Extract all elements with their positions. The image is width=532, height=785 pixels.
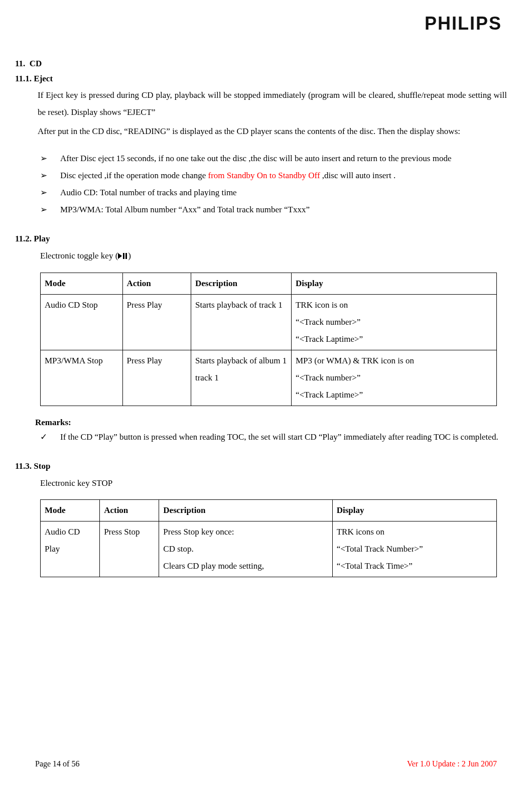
- eject-para-2: After put in the CD disc, “READING” is d…: [38, 123, 507, 140]
- stop-key-desc: Electronic key STOP: [40, 475, 507, 492]
- table-header: Display: [291, 273, 496, 294]
- page-footer: Page 14 of 56 Ver 1.0 Update : 2 Jun 200…: [35, 758, 497, 770]
- table-header: Description: [159, 499, 332, 521]
- page-number: Page 14 of 56: [35, 758, 79, 770]
- list-item: ➢ Audio CD: Total number of tracks and p…: [40, 184, 507, 201]
- section-11-2-title: 11.2. Play: [15, 232, 507, 245]
- philips-logo: PHILIPS: [15, 10, 507, 37]
- check-icon: ✓: [40, 429, 60, 446]
- play-key-desc: Electronic toggle key (): [40, 247, 507, 265]
- table-header-row: Mode Action Description Display: [41, 273, 497, 294]
- play-pause-icon: [118, 248, 128, 265]
- list-item: ➢ After Disc eject 15 seconds, if no one…: [40, 150, 507, 167]
- table-header: Action: [122, 273, 191, 294]
- list-item: ➢ MP3/WMA: Total Album number “Axx” and …: [40, 201, 507, 218]
- play-table: Mode Action Description Display Audio CD…: [40, 273, 497, 406]
- table-header: Mode: [41, 273, 123, 294]
- table-header: Action: [100, 499, 159, 521]
- eject-bullet-list: ➢ After Disc eject 15 seconds, if no one…: [40, 150, 507, 218]
- bullet-icon: ➢: [40, 150, 60, 167]
- section-11-title: 11. CD: [15, 57, 507, 70]
- table-row: Audio CD Stop Press Play Starts playback…: [41, 294, 497, 350]
- bullet-icon: ➢: [40, 167, 60, 184]
- svg-rect-2: [125, 253, 127, 259]
- bullet-icon: ➢: [40, 201, 60, 218]
- list-item: ✓ If the CD “Play” button is pressed whe…: [40, 429, 507, 446]
- table-header: Mode: [41, 499, 100, 521]
- eject-para-1: If Eject key is pressed during CD play, …: [38, 87, 507, 121]
- table-header: Description: [191, 273, 291, 294]
- table-row: MP3/WMA Stop Press Play Starts playback …: [41, 350, 497, 406]
- section-11-1-title: 11.1. Eject: [15, 72, 507, 85]
- table-row: Audio CD Play Press Stop Press Stop key …: [41, 521, 497, 577]
- section-11-3-title: 11.3. Stop: [15, 460, 507, 473]
- stop-table: Mode Action Description Display Audio CD…: [40, 499, 497, 577]
- table-header: Display: [332, 499, 496, 521]
- table-header-row: Mode Action Description Display: [41, 499, 497, 521]
- remarks-list: ✓ If the CD “Play” button is pressed whe…: [40, 429, 507, 446]
- list-item: ➢ Disc ejected ,if the operation mode ch…: [40, 167, 507, 184]
- bullet-icon: ➢: [40, 184, 60, 201]
- version-info: Ver 1.0 Update : 2 Jun 2007: [407, 758, 497, 770]
- remarks-title: Remarks:: [35, 416, 507, 429]
- svg-rect-1: [123, 253, 124, 259]
- svg-marker-0: [118, 253, 122, 259]
